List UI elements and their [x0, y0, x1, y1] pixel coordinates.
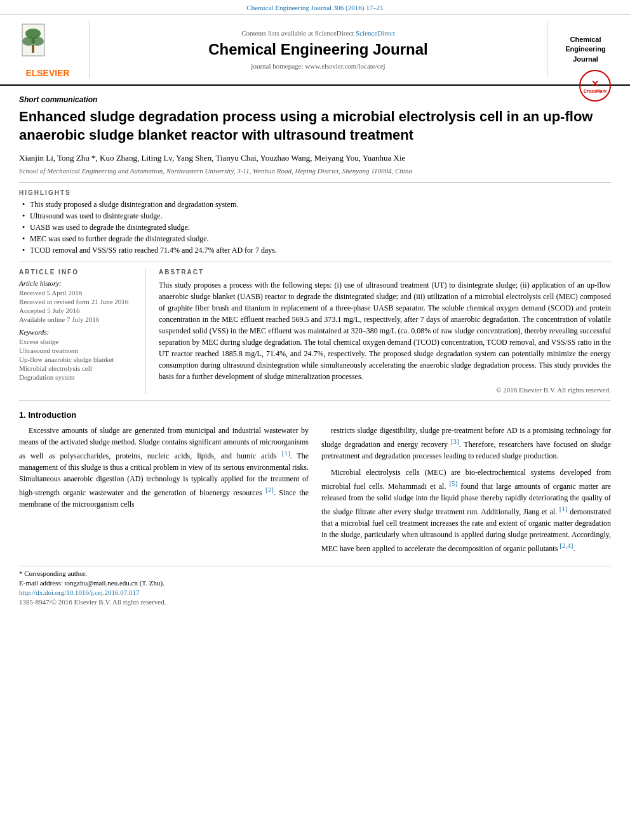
- highlights-list: This study proposed a sludge disintegrat…: [19, 200, 611, 255]
- intro-col-2: restricts sludge digestibility, sludge p…: [321, 425, 611, 559]
- article-info-column: ARTICLE INFO Article history: Received 5…: [19, 269, 146, 394]
- revised-date: Received in revised form 21 June 2016: [19, 298, 136, 305]
- ref-3[interactable]: [3]: [451, 437, 459, 445]
- footnote-section: * Corresponding author. E-mail address: …: [19, 566, 611, 606]
- intro-heading: 1. Introduction: [19, 410, 611, 420]
- article-info-label: ARTICLE INFO: [19, 269, 136, 276]
- keywords-title: Keywords:: [19, 328, 136, 336]
- online-date: Available online 7 July 2016: [19, 316, 136, 323]
- crossmark-container: ✕ CrossMark: [579, 70, 611, 102]
- journal-reference-bar: Chemical Engineering Journal 306 (2016) …: [0, 0, 630, 15]
- divider-1: [19, 182, 611, 183]
- svg-rect-4: [32, 45, 34, 53]
- crossmark-symbol: ✕: [591, 79, 599, 89]
- info-abstract-section: ARTICLE INFO Article history: Received 5…: [19, 269, 611, 394]
- ref-2[interactable]: [2]: [265, 486, 274, 493]
- ref-1b[interactable]: [1]: [560, 505, 568, 512]
- elsevier-brand-name: ELSEVIER: [25, 68, 69, 78]
- journal-homepage: journal homepage: www.elsevier.com/locat…: [251, 62, 385, 70]
- page: Chemical Engineering Journal 306 (2016) …: [0, 0, 630, 840]
- accepted-date: Accepted 5 July 2016: [19, 307, 136, 314]
- svg-point-3: [31, 37, 44, 46]
- intro-body: Excessive amounts of sludge are generate…: [19, 425, 611, 559]
- elsevier-logo-svg: [16, 21, 79, 65]
- journal-name-right-text: ChemicalEngineeringJournal: [565, 35, 606, 64]
- abstract-text: This study proposes a process with the f…: [159, 279, 611, 382]
- article-type: Short communication: [19, 95, 611, 104]
- journal-header: ELSEVIER Contents lists available at Sci…: [0, 15, 630, 86]
- copyright-line: © 2016 Elsevier B.V. All rights reserved…: [159, 386, 611, 394]
- divider-3: [19, 400, 611, 401]
- crossmark-label: CrossMark: [584, 89, 607, 93]
- title-section: ✕ CrossMark Enhanced sludge degradation …: [19, 108, 611, 144]
- keyword-3: Up-flow anaerobic sludge blanket: [19, 356, 136, 363]
- intro-para-2: restricts sludge digestibility, sludge p…: [321, 425, 611, 462]
- sciencedirect-link[interactable]: ScienceDirect: [356, 29, 395, 37]
- crossmark-badge: ✕ CrossMark: [579, 70, 611, 102]
- keyword-2: Ultrasound treatment: [19, 347, 136, 354]
- intro-col-1: Excessive amounts of sludge are generate…: [19, 425, 309, 559]
- main-content: Short communication ✕ CrossMark Enhanced…: [0, 86, 630, 615]
- sciencedirect-line: Contents lists available at ScienceDirec…: [241, 29, 395, 37]
- ref-2-4[interactable]: [2,4]: [560, 542, 573, 549]
- highlight-item-5: TCOD removal and VSS/SS ratio reached 71…: [22, 246, 611, 255]
- footnote-doi: http://dx.doi.org/10.1016/j.cej.2016.07.…: [19, 589, 611, 596]
- authors-line: Xianjin Li, Tong Zhu *, Kuo Zhang, Litin…: [19, 152, 611, 164]
- abstract-column: ABSTRACT This study proposes a process w…: [159, 269, 611, 394]
- affiliation-line: School of Mechanical Engineering and Aut…: [19, 167, 611, 175]
- footnote-email: E-mail address: tongzhu@mail.neu.edu.cn …: [19, 579, 611, 587]
- journal-reference: Chemical Engineering Journal 306 (2016) …: [246, 4, 383, 11]
- intro-para-3: Microbial electrolysis cells (MEC) are b…: [321, 467, 611, 554]
- intro-para-1: Excessive amounts of sludge are generate…: [19, 425, 309, 510]
- introduction-section: 1. Introduction Excessive amounts of slu…: [19, 410, 611, 559]
- footnote-copyright: 1385-8947/© 2016 Elsevier B.V. All right…: [19, 598, 611, 606]
- journal-title-section: Contents lists available at ScienceDirec…: [89, 21, 547, 78]
- received-date: Received 5 April 2016: [19, 289, 136, 297]
- highlights-label: HIGHLIGHTS: [19, 189, 611, 196]
- history-title: Article history:: [19, 279, 136, 287]
- highlight-item-1: This study proposed a sludge disintegrat…: [22, 200, 611, 210]
- doi-link[interactable]: http://dx.doi.org/10.1016/j.cej.2016.07.…: [19, 589, 140, 596]
- ref-1[interactable]: [1]: [282, 449, 290, 457]
- highlights-section: HIGHLIGHTS This study proposed a sludge …: [19, 189, 611, 255]
- keyword-1: Excess sludge: [19, 338, 136, 345]
- highlight-item-4: MEC was used to further degrade the disi…: [22, 234, 611, 244]
- divider-2: [19, 262, 611, 262]
- abstract-label: ABSTRACT: [159, 269, 611, 276]
- keyword-5: Degradation system: [19, 373, 136, 381]
- ref-5[interactable]: [5]: [449, 479, 457, 487]
- elsevier-logo-section: ELSEVIER: [13, 21, 83, 78]
- footnote-corresponding: * Corresponding author.: [19, 570, 611, 577]
- highlight-item-2: Ultrasound was used to disintegrate slud…: [22, 211, 611, 221]
- keywords-list: Excess sludge Ultrasound treatment Up-fl…: [19, 338, 136, 381]
- keyword-4: Microbial electrolysis cell: [19, 364, 136, 372]
- highlight-item-3: UASB was used to degrade the disintegrat…: [22, 223, 611, 232]
- journal-title: Chemical Engineering Journal: [208, 41, 427, 58]
- article-title: Enhanced sludge degradation process usin…: [19, 108, 611, 144]
